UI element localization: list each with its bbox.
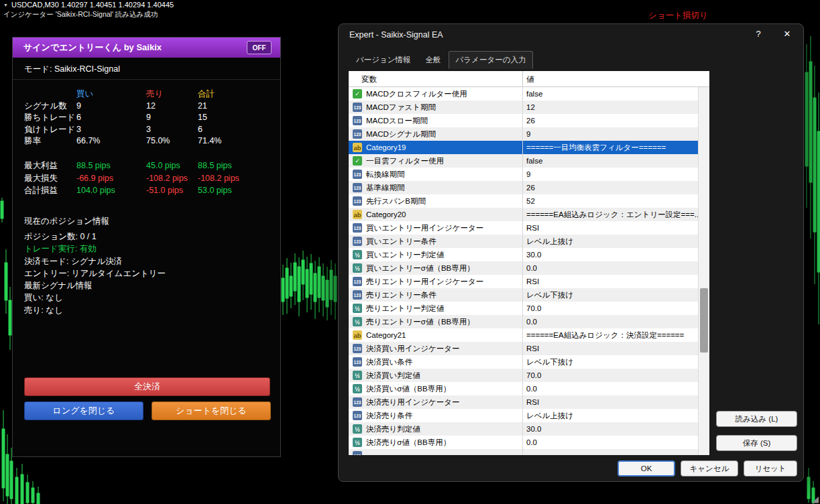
resize-grip[interactable]: ◢ — [812, 494, 819, 504]
param-name: Category21 — [366, 331, 406, 339]
pips-value: -66.9 pips — [76, 172, 146, 185]
param-row[interactable]: 123売りエントリー用インジケーターRSI — [349, 275, 698, 288]
close-long-button[interactable]: ロングを閉じる — [24, 401, 143, 420]
param-row[interactable]: ½決済売りσ値（BB専用）0.0 — [349, 436, 698, 449]
param-row[interactable]: 123決済買い用インジケーターRSI — [349, 342, 698, 355]
param-value: 26 — [523, 117, 698, 125]
load-button[interactable]: 読み込み (L) — [716, 411, 797, 427]
int-type-icon: 123 — [353, 357, 362, 367]
int-type-icon: 123 — [353, 277, 362, 286]
help-icon[interactable]: ? — [751, 29, 766, 39]
param-row[interactable]: 123先行スパンB期間52 — [349, 194, 698, 208]
param-name: 決済売り条件 — [366, 411, 412, 421]
param-name-cell: ½決済売り判定値 — [349, 422, 523, 436]
param-name-cell: ✓一目雲フィルター使用 — [349, 154, 523, 168]
param-name-cell: ½決済売りσ値（BB専用） — [349, 436, 523, 449]
param-row[interactable]: 123基準線期間26 — [349, 181, 698, 194]
param-row[interactable]: 123MACDファスト期間12 — [349, 101, 698, 114]
tab-version[interactable]: バージョン情報 — [349, 51, 418, 69]
param-row[interactable]: 123買いエントリー用インジケーターRSI — [349, 221, 698, 235]
pips-row-label: 合計損益 — [24, 184, 76, 197]
param-row[interactable]: 123決済買い条件レベル下抜け — [349, 355, 698, 369]
ok-button[interactable]: OK — [618, 460, 675, 477]
param-row[interactable]: ½買いエントリーσ値（BB専用）0.0 — [349, 261, 698, 275]
param-value: レベル下抜け — [523, 357, 698, 367]
pips-row-label: 最大利益 — [24, 160, 76, 172]
param-value: RSI — [523, 224, 698, 232]
param-value: 0.0 — [523, 264, 698, 272]
table-scrollbar[interactable] — [698, 87, 709, 455]
stats-col-sell: 売り — [146, 88, 198, 101]
stats-value: 66.7% — [76, 135, 146, 147]
param-name: MACDシグナル期間 — [366, 129, 436, 139]
param-value: 70.0 — [523, 371, 698, 379]
param-name: 決済買い判定値 — [366, 371, 420, 381]
param-value: 12 — [523, 103, 698, 111]
param-name: 決済売りσ値（BB専用） — [366, 438, 451, 448]
scrollbar-thumb[interactable] — [700, 288, 708, 353]
double-type-icon: ½ — [353, 371, 362, 380]
pips-value: 104.0 pips — [76, 184, 146, 197]
bool-type-icon: ✓ — [353, 89, 362, 99]
close-all-button[interactable]: 全決済 — [24, 377, 270, 396]
panel-title: サインでエントリーくん by Saikix — [23, 42, 162, 54]
param-value: 30.0 — [523, 251, 698, 259]
param-value: 30.0 — [523, 425, 698, 433]
param-row[interactable]: 123 — [349, 449, 698, 455]
param-row[interactable]: ½買いエントリー判定値30.0 — [349, 248, 698, 261]
double-type-icon: ½ — [353, 250, 362, 259]
param-name-cell: 123売りエントリー条件 — [349, 288, 523, 302]
param-row[interactable]: 123売りエントリー条件レベル下抜け — [349, 288, 698, 302]
save-button[interactable]: 保存 (S) — [716, 435, 797, 451]
param-row[interactable]: ½決済買い判定値70.0 — [349, 369, 698, 382]
param-row[interactable]: abCategory20======EA組込みロジック：エントリー設定===..… — [349, 208, 698, 221]
column-header-variable: 変数 — [349, 71, 523, 86]
param-row[interactable]: ½決済買いσ値（BB専用）0.0 — [349, 382, 698, 395]
expert-dialog: Expert - Saikix-Signal EA ? ✕ バージョン情報全般パ… — [338, 23, 804, 482]
param-row[interactable]: abCategory21======EA組込みロジック：決済設定====== — [349, 328, 698, 342]
int-type-icon: 123 — [353, 411, 362, 420]
stats-value: 21 — [198, 101, 271, 113]
tab-inputs[interactable]: パラメーターの入力 — [449, 51, 534, 69]
info-line: エントリー: リアルタイムエントリー — [24, 267, 166, 279]
stats-value: 75.0% — [146, 135, 198, 147]
param-row[interactable]: ✓MACDクロスフィルター使用false — [349, 87, 698, 101]
chart-dropdown-icon[interactable]: ▼ — [3, 3, 8, 7]
pips-value: 88.5 pips — [76, 160, 146, 172]
parameters-rows: ✓MACDクロスフィルター使用false123MACDファスト期間12123MA… — [349, 87, 709, 455]
cancel-button[interactable]: キャンセル — [681, 460, 738, 477]
int-type-icon: 123 — [353, 103, 362, 112]
param-row[interactable]: 123MACDスロー期間26 — [349, 114, 698, 127]
close-short-button[interactable]: ショートを閉じる — [152, 401, 271, 420]
param-name-cell: 123決済買い用インジケーター — [349, 342, 523, 355]
param-row[interactable]: abCategory19======一目均衡表雲フィルター====== — [349, 141, 698, 154]
param-name-cell: 123売りエントリー用インジケーター — [349, 275, 523, 288]
string-type-icon: ab — [353, 143, 362, 152]
param-row[interactable]: ½売りエントリー判定値70.0 — [349, 302, 698, 315]
param-name: MACDクロスフィルター使用 — [366, 89, 467, 99]
param-row[interactable]: ½決済売り判定値30.0 — [349, 422, 698, 436]
tab-common[interactable]: 全般 — [418, 51, 449, 69]
int-type-icon: 123 — [353, 397, 362, 407]
int-type-icon: 123 — [353, 116, 362, 125]
close-icon[interactable]: ✕ — [779, 29, 795, 39]
int-type-icon: 123 — [353, 451, 362, 455]
param-value: ======一目均衡表雲フィルター====== — [523, 143, 698, 153]
param-row[interactable]: 123決済売り条件レベル上抜け — [349, 409, 698, 422]
param-value: 52 — [523, 197, 698, 205]
param-row[interactable]: 123転換線期間9 — [349, 168, 698, 181]
reset-button[interactable]: リセット — [744, 460, 797, 477]
param-name: 売りエントリー用インジケーター — [366, 277, 483, 287]
int-type-icon: 123 — [353, 223, 362, 233]
indicator-status-text: インジケーター 'Saikix-RCI-Signal' 読み込み成功 — [3, 10, 174, 19]
param-row[interactable]: ✓一目雲フィルター使用false — [349, 154, 698, 168]
column-header-value: 値 — [523, 71, 709, 86]
param-row[interactable]: 123買いエントリー条件レベル上抜け — [349, 235, 698, 248]
pips-value: -108.2 pips — [146, 172, 198, 185]
param-row[interactable]: ½売りエントリーσ値（BB専用）0.0 — [349, 315, 698, 328]
param-row[interactable]: 123決済売り用インジケーターRSI — [349, 395, 698, 409]
panel-off-button[interactable]: OFF — [247, 41, 272, 54]
param-name: 転換線期間 — [366, 170, 405, 180]
int-type-icon: 123 — [353, 170, 362, 179]
param-row[interactable]: 123MACDシグナル期間9 — [349, 127, 698, 141]
